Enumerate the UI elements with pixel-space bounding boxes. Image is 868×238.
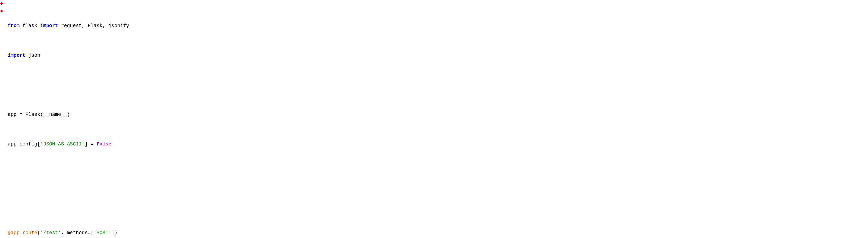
gutter-column: ◆ ◆	[0, 0, 3, 238]
code-line-5: app.config['JSON_AS_ASCII'] = False	[8, 140, 864, 148]
code-editor: ◆ ◆ from flask import request, Flask, js…	[0, 0, 868, 238]
code-line-6	[8, 170, 864, 177]
code-line-2: import json	[8, 52, 864, 59]
code-content: from flask import request, Flask, jsonif…	[3, 0, 868, 238]
code-line-1: from flask import request, Flask, jsonif…	[8, 22, 864, 30]
code-line-3	[8, 81, 864, 89]
gutter-19: ◆	[0, 7, 3, 15]
code-line-7	[8, 200, 864, 207]
gutter-9: ◆	[0, 0, 3, 7]
code-line-4: app = Flask(__name__)	[8, 111, 864, 118]
code-line-8: @app.route('/test', methods=['POST'])	[8, 229, 864, 237]
